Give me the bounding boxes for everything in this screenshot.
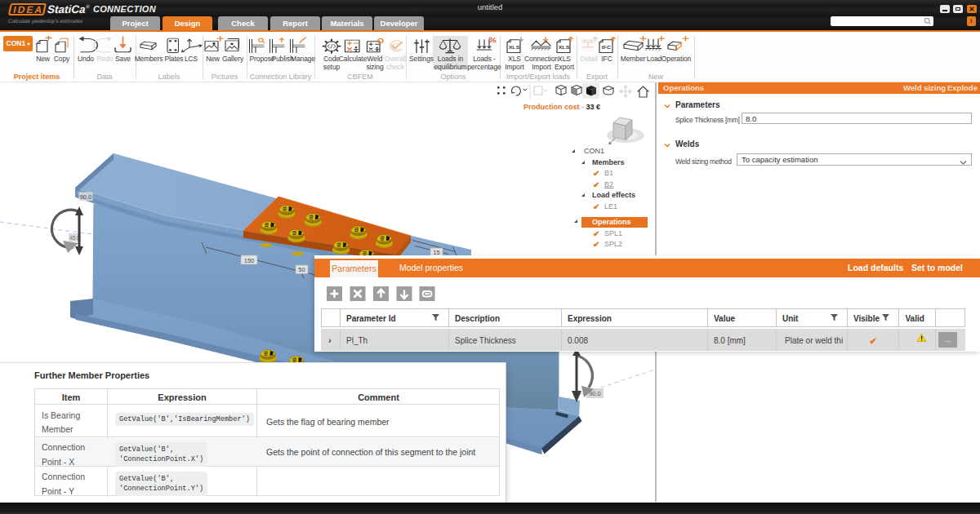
svg-text:50: 50 [298, 266, 305, 273]
svg-text:Valid: Valid [906, 314, 924, 323]
svg-text:Value: Value [714, 314, 736, 323]
svg-text:✔: ✔ [869, 336, 876, 346]
svg-text:Visible: Visible [853, 314, 880, 323]
svg-text:Splice Thickness: Splice Thickness [455, 336, 516, 345]
svg-text:Plate or weld thi: Plate or weld thi [785, 336, 843, 345]
svg-text:8.0 [mm]: 8.0 [mm] [714, 336, 746, 345]
svg-text:Expression: Expression [568, 314, 612, 323]
svg-text:Description: Description [455, 314, 500, 323]
svg-text:0.008: 0.008 [568, 336, 588, 345]
svg-text:›: › [328, 335, 332, 345]
svg-text:Unit: Unit [782, 314, 799, 323]
svg-text:...: ... [945, 335, 951, 343]
svg-text:150: 150 [244, 257, 255, 264]
svg-text:90.0: 90.0 [80, 193, 92, 201]
svg-text:Parameter Id: Parameter Id [346, 314, 396, 323]
svg-text:Pl_Th: Pl_Th [346, 336, 368, 345]
